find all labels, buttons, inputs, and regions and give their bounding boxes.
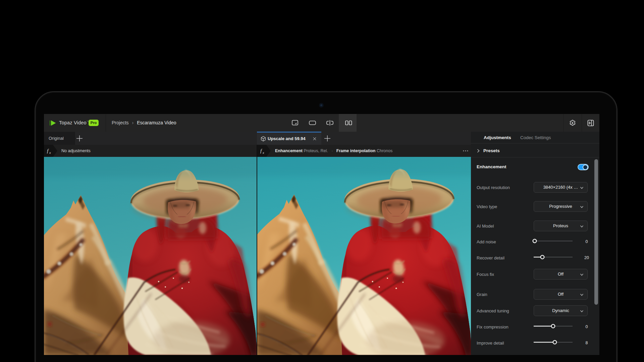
svg-text:x: x <box>262 151 264 155</box>
svg-text:x: x <box>49 151 51 155</box>
